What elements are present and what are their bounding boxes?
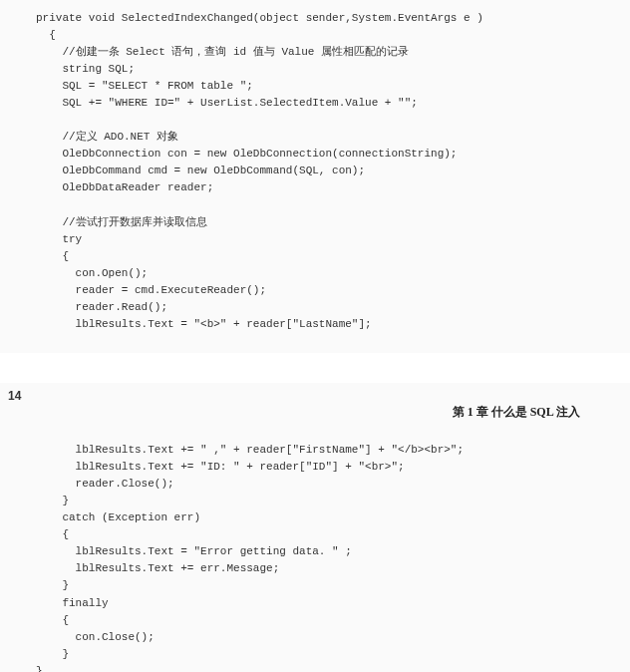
code-line: SQL = "SELECT * FROM table ";	[36, 80, 253, 92]
code-line: {	[36, 250, 69, 262]
code-line: OleDbDataReader reader;	[36, 181, 213, 193]
code-line: OleDbCommand cmd = new OleDbCommand(SQL,…	[36, 165, 365, 176]
code-line: SQL += "WHERE ID=" + UserList.SelectedIt…	[36, 97, 418, 109]
page-break	[0, 353, 630, 383]
code-line: reader.Read();	[36, 301, 167, 313]
page-top-section: private void SelectedIndexChanged(object…	[0, 0, 630, 353]
code-line: lblResults.Text += err.Message;	[36, 562, 279, 574]
code-line: reader.Close();	[36, 478, 174, 490]
code-line: con.Open();	[36, 267, 148, 279]
page-number: 14	[8, 387, 21, 406]
chapter-header: 第 1 章 什么是 SQL 注入	[0, 403, 630, 442]
code-comment: //定义 ADO.NET 对象	[36, 131, 178, 143]
code-comment: //尝试打开数据库并读取信息	[36, 216, 207, 228]
code-block-top: private void SelectedIndexChanged(object…	[0, 10, 630, 333]
code-line: lblResults.Text = "Error getting data. "…	[36, 545, 352, 557]
code-line: {	[36, 614, 69, 626]
page-bottom-section: 第 1 章 什么是 SQL 注入 lblResults.Text += " ,"…	[0, 383, 630, 672]
code-line: try	[36, 233, 82, 245]
code-line: }	[36, 495, 69, 506]
code-line: string SQL;	[36, 63, 135, 75]
code-line: con.Close();	[36, 631, 155, 643]
code-line: }	[36, 579, 69, 591]
code-block-bottom: lblResults.Text += " ," + reader["FirstN…	[0, 442, 630, 672]
code-line: }	[36, 665, 43, 672]
code-line: lblResults.Text = "<b>" + reader["LastNa…	[36, 318, 372, 330]
code-comment: //创建一条 Select 语句，查询 id 值与 Value 属性相匹配的记录	[36, 46, 409, 58]
code-line: OleDbConnection con = new OleDbConnectio…	[36, 148, 457, 160]
code-line: lblResults.Text += "ID: " + reader["ID"]…	[36, 461, 405, 473]
code-line: lblResults.Text += " ," + reader["FirstN…	[36, 444, 464, 456]
code-line: finally	[36, 597, 109, 609]
code-line: catch (Exception err)	[36, 511, 200, 523]
code-line: reader = cmd.ExecuteReader();	[36, 284, 266, 296]
code-line: {	[36, 29, 56, 41]
code-line: {	[36, 528, 69, 540]
code-line: private void SelectedIndexChanged(object…	[36, 12, 483, 24]
code-line: }	[36, 648, 69, 660]
